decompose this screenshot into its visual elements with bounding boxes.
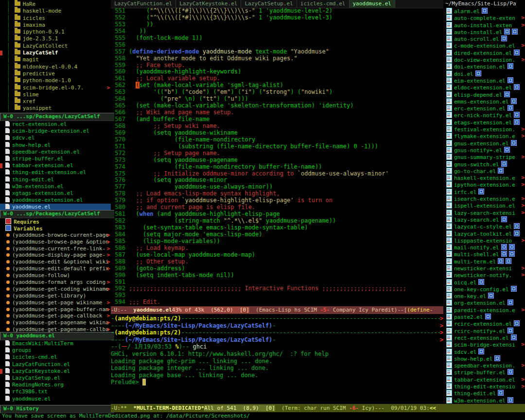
buffer-list-item[interactable]: LazyCatSetup.el bbox=[0, 375, 111, 382]
directory-file-item[interactable]: doc-view-extension.> bbox=[443, 56, 525, 63]
directory-file-item[interactable]: festival-extension.> bbox=[443, 126, 525, 133]
directory-file-item[interactable]: irfc.el bbox=[443, 189, 525, 195]
directory-file-item[interactable]: tabbar-extension.el> bbox=[443, 376, 525, 383]
symbol-item[interactable]: (yaoddmuse-follow) bbox=[0, 272, 111, 279]
directory-file-item[interactable]: isearch-extension.e> bbox=[443, 195, 525, 202]
directory-file-item[interactable]: paredit-extension.e> bbox=[443, 307, 525, 314]
symbol-item[interactable]: (yaoddmuse-edit-default prefix> bbox=[0, 265, 111, 272]
directory-file-item[interactable]: stripe-buffer.el bbox=[443, 369, 525, 376]
buffer-list-item[interactable]: groups bbox=[0, 347, 111, 354]
tree-item[interactable]: │yasnippet bbox=[0, 105, 111, 112]
directory-file-item[interactable]: gnus-summary-stripe> bbox=[443, 154, 525, 160]
symbol-item[interactable]: Requires bbox=[0, 218, 111, 225]
directory-file-item[interactable]: alarm.el bbox=[443, 8, 525, 15]
file-list-item[interactable]: speedbar-extension.el bbox=[0, 149, 111, 156]
code-editor[interactable]: 551 ("^\\(\\([*#]\\)\\{2\\}\\)\\s-" 1 'y… bbox=[111, 8, 443, 306]
tab-yaoddmuse-el[interactable]: yaoddmuse.el bbox=[350, 0, 395, 8]
directory-file-item[interactable]: lazy-search.el bbox=[443, 216, 525, 223]
directory-file-item[interactable]: auto-install-exten> bbox=[443, 22, 525, 29]
buffer-list-item[interactable]: EmacsWiki:MultiTerm bbox=[0, 340, 111, 347]
directory-file-item[interactable]: scim-bridge-extensi> bbox=[443, 341, 525, 348]
symbol-item[interactable]: (yaoddmuse-get-page wikiname> bbox=[0, 299, 111, 306]
directory-file-item[interactable]: speedbar-extension.> bbox=[443, 362, 525, 369]
directory-file-item[interactable]: doi-extension.el bbox=[443, 63, 525, 70]
terminal[interactable]: -(andy@debian:pts/2)--------------------… bbox=[111, 314, 443, 405]
directory-file-item[interactable]: eim-extension.el bbox=[443, 77, 525, 84]
directory-file-item[interactable]: c-mode-extension.el> bbox=[443, 42, 525, 49]
symbol-item[interactable]: (yaoddmuse-browse-current-page> bbox=[0, 232, 111, 239]
directory-file-item[interactable]: w3m-extension.el bbox=[443, 397, 525, 404]
symbol-item[interactable]: (yaoddmuse-browse-page &option> bbox=[0, 239, 111, 245]
directory-file-item[interactable]: show-help.el bbox=[443, 355, 525, 362]
file-list-item[interactable]: w3m-extension.el bbox=[0, 183, 111, 190]
directory-file-item[interactable]: doi.el bbox=[443, 70, 525, 77]
directory-file-item[interactable]: sdcv.el bbox=[443, 349, 525, 355]
file-list-item[interactable]: tabbar-extension.el bbox=[0, 162, 111, 169]
directory-file-item[interactable]: auto-install.el bbox=[443, 29, 525, 35]
directory-file-item[interactable]: org-extension.el bbox=[443, 299, 525, 306]
tab-lazycatsetup-el[interactable]: LazyCatSetup.el bbox=[241, 0, 297, 8]
directory-file-item[interactable]: dired-extension.el bbox=[443, 50, 525, 56]
directory-file-item[interactable]: go-to-char.el bbox=[443, 168, 525, 175]
buffer-list-item[interactable]: icicles-cmd.el bbox=[0, 354, 111, 361]
directory-file-item[interactable]: haskell-extension.e> bbox=[443, 175, 525, 181]
directory-file-item[interactable]: eldoc-extension.el bbox=[443, 84, 525, 91]
buffer-list-item[interactable]: LazyCatKeystoke.el bbox=[0, 368, 111, 375]
file-list-item[interactable]: xgtags-extension.el bbox=[0, 190, 111, 197]
symbol-item[interactable]: (yaoddmuse-format args coding> bbox=[0, 279, 111, 286]
directory-file-item[interactable]: erc-nick-notify.el bbox=[443, 112, 525, 119]
directory-file-item[interactable]: paste2.el bbox=[443, 314, 525, 320]
file-list-item[interactable]: show-help.el bbox=[0, 142, 111, 149]
symbol-item[interactable]: (yaoddmuse-display-page page-> bbox=[0, 252, 111, 259]
directory-file-item[interactable]: emms-extension.el bbox=[443, 98, 525, 105]
directory-file-item[interactable]: erc-extension.el bbox=[443, 105, 525, 112]
directory-file-item[interactable]: gnus-notify+.el bbox=[443, 147, 525, 154]
file-list-item[interactable]: thing-edit.el bbox=[0, 176, 111, 183]
directory-file-item[interactable]: auto-scroll.el bbox=[443, 35, 525, 42]
symbol-item[interactable]: (yaoddmuse-edit &optional wiki> bbox=[0, 259, 111, 265]
directory-file-item[interactable]: lisppaste-extensio> bbox=[443, 237, 525, 244]
symbol-item[interactable]: (yaoddmuse-current-free-link-> bbox=[0, 245, 111, 252]
directory-file-item[interactable]: elisp-depend.el bbox=[443, 91, 525, 98]
symbol-item[interactable]: (yaoddmuse-get-coding wikiname> bbox=[0, 286, 111, 293]
file-list-item[interactable]: scim-bridge-extension.el bbox=[0, 128, 111, 135]
tab-lazycatfunction-el[interactable]: LazyCatFunction.el bbox=[111, 0, 176, 8]
directory-file-item[interactable]: multi-shell.el bbox=[443, 251, 525, 258]
symbol-item[interactable]: (yaoddmuse-get-pagename wikina> bbox=[0, 319, 111, 326]
buffer-list-item[interactable]: ReadingNotes.org bbox=[0, 382, 111, 388]
file-list-item[interactable]: rect-extension.el bbox=[0, 121, 111, 128]
directory-file-item[interactable]: rcirc-extension.el bbox=[443, 320, 525, 327]
buffer-list-item[interactable]: yaoddmuse.el bbox=[0, 396, 111, 402]
directory-file-item[interactable]: mail-notify.el bbox=[443, 244, 525, 251]
directory-file-item[interactable]: thing-edit-extensio> bbox=[443, 383, 525, 390]
directory-file-item[interactable]: ispell-extension.el> bbox=[443, 202, 525, 209]
directory-file-item[interactable]: auto-complete-exten> bbox=[443, 15, 525, 21]
directory-file-item[interactable]: lazycat-c-style.el bbox=[443, 223, 525, 230]
directory-file-item[interactable]: one-key-config.el bbox=[443, 286, 525, 293]
symbol-item[interactable]: Variables bbox=[0, 225, 111, 232]
tab-icicles-cmd-el[interactable]: icicles-cmd.el bbox=[297, 0, 350, 8]
directory-file-item[interactable]: rect-extension.el bbox=[443, 334, 525, 341]
directory-file-item[interactable]: oicq.el bbox=[443, 279, 525, 286]
symbol-item[interactable]: (yaoddmuse-get-page-buffer-nam> bbox=[0, 306, 111, 313]
directory-file-item[interactable]: multi-term.el bbox=[443, 258, 525, 265]
directory-file-item[interactable]: gnus-switch.el bbox=[443, 161, 525, 168]
directory-file-item[interactable]: flymake-extension.e> bbox=[443, 133, 525, 140]
symbol-item[interactable]: (yaoddmuse-get-library) bbox=[0, 293, 111, 299]
directory-file-item[interactable]: etags-extension.el bbox=[443, 119, 525, 126]
directory-file-item[interactable]: thing-edit.el bbox=[443, 390, 525, 397]
directory-file-item[interactable]: rcirc-notify+.el bbox=[443, 328, 525, 334]
directory-file-item[interactable]: newsticker-notify.> bbox=[443, 272, 525, 279]
directory-file-item[interactable]: gnus-extension.el bbox=[443, 140, 525, 147]
file-list-item[interactable]: thing-edit-extension.el bbox=[0, 169, 111, 176]
buffer-list-item[interactable]: rfc3986.txt bbox=[0, 388, 111, 395]
directory-file-item[interactable]: one-key.el bbox=[443, 293, 525, 299]
directory-file-item[interactable]: lazycat-toolkit.el bbox=[443, 230, 525, 237]
buffer-list-item[interactable]: LazyCatFunction.el bbox=[0, 361, 111, 368]
file-list-item[interactable]: stripe-buffer.el bbox=[0, 156, 111, 162]
file-list-item[interactable]: yaoddmuse-extension.el bbox=[0, 197, 111, 204]
tab-lazycatkeystoke-el[interactable]: LazyCatKeystoke.el bbox=[176, 0, 241, 8]
file-list-item[interactable]: sdcv.el bbox=[0, 135, 111, 141]
directory-file-item[interactable]: newsticker-extensi> bbox=[443, 265, 525, 272]
symbol-item[interactable]: (yaoddmuse-get-page-callback> bbox=[0, 313, 111, 319]
